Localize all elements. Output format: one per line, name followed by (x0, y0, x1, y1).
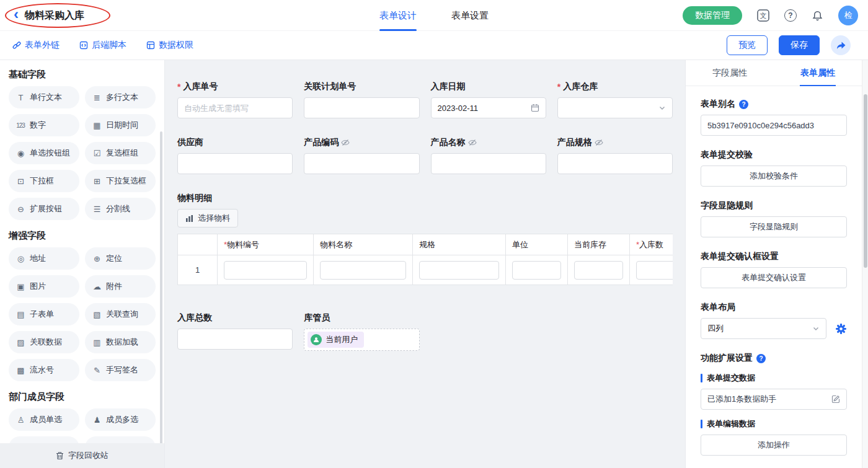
add-operation-button[interactable]: 添加操作 (701, 435, 847, 456)
field-type-multi-text[interactable]: ≣多行文本 (85, 86, 156, 108)
visibility-rule-button[interactable]: 字段显隐规则 (701, 216, 847, 237)
dropdown-icon: ⊡ (15, 177, 26, 186)
form-alias-input[interactable] (701, 115, 847, 136)
field-type-serial-number[interactable]: ▩流水号 (9, 359, 79, 381)
spec-input[interactable] (419, 261, 499, 280)
tab-form-settings[interactable]: 表单设置 (451, 0, 489, 31)
panel-tabs: 字段属性 表单属性 (686, 60, 862, 86)
field-type-number[interactable]: 123数字 (9, 114, 79, 136)
inbound-qty-input[interactable] (636, 261, 673, 280)
product-code-input[interactable] (304, 153, 419, 174)
table-cell (218, 255, 314, 285)
multi-dropdown-icon: ⊞ (91, 177, 102, 186)
field-type-image[interactable]: ▣图片 (9, 275, 79, 298)
product-spec-input[interactable] (557, 153, 673, 174)
select-material-button[interactable]: 选择物料 (177, 209, 238, 227)
canvas-field-total[interactable]: 入库总数 (177, 312, 293, 351)
canvas-field-keeper[interactable]: 库管员 当前用户 (304, 312, 419, 351)
avatar[interactable]: 检 (838, 6, 858, 25)
stock-input[interactable] (574, 261, 623, 280)
related-query-icon: ▧ (91, 310, 102, 319)
canvas-field-date[interactable]: 入库日期 2023-02-11 (431, 81, 546, 118)
material-code-input[interactable] (224, 261, 307, 280)
field-type-signature[interactable]: ✎手写签名 (85, 359, 156, 381)
field-type-single-text[interactable]: T单行文本 (9, 86, 79, 108)
scrollbar-thumb[interactable] (864, 94, 867, 268)
visibility-label: 字段显隐规则 (701, 200, 847, 211)
unit-input[interactable] (512, 261, 561, 280)
field-type-checkbox-group[interactable]: ☑复选框组 (85, 142, 156, 164)
field-type-attachment[interactable]: ☁附件 (85, 275, 156, 298)
canvas-field-product-spec[interactable]: 产品规格 (557, 137, 673, 174)
preview-button[interactable]: 预览 (727, 35, 768, 55)
canvas-field-order-no[interactable]: *入库单号 (177, 81, 293, 118)
column-label: 物料编号 (227, 240, 259, 249)
share-button[interactable] (831, 35, 851, 55)
form-external-link[interactable]: 表单外链 (12, 40, 60, 51)
field-type-datetime[interactable]: ▦日期时间 (85, 114, 156, 136)
layout-select[interactable]: 四列 (701, 318, 826, 339)
canvas-field-product-name[interactable]: 产品名称 (431, 137, 546, 174)
tab-field-properties[interactable]: 字段属性 (686, 60, 774, 86)
field-type-member-multi[interactable]: ♟成员多选 (85, 408, 156, 431)
radio-icon: ◉ (15, 149, 26, 158)
field-type-address[interactable]: ◎地址 (9, 247, 79, 270)
field-type-divider[interactable]: ☰分割线 (85, 198, 156, 220)
tab-form-properties[interactable]: 表单属性 (774, 60, 862, 86)
field-label: 入库总数 (177, 312, 212, 324)
data-permission-link[interactable]: 数据权限 (146, 40, 193, 51)
top-header: ‹ 物料采购入库 表单设计 表单设置 数据管理 文 ? 检 (0, 0, 868, 31)
submit-confirm-button[interactable]: 表单提交确认设置 (701, 267, 847, 288)
field-type-related-data[interactable]: ▨关联数据 (9, 331, 79, 353)
canvas-field-product-code[interactable]: 产品编码 (304, 137, 419, 174)
tab-form-design[interactable]: 表单设计 (379, 0, 417, 31)
canvas-field-warehouse[interactable]: *入库仓库 (557, 81, 673, 118)
extension-label-row: 功能扩展设置 ? (701, 353, 847, 364)
add-validation-button[interactable]: 添加校验条件 (701, 166, 847, 187)
alias-label-row: 表单别名 ? (701, 99, 847, 110)
field-type-radio-group[interactable]: ◉单选按钮组 (9, 142, 79, 164)
supplier-input[interactable] (177, 153, 293, 174)
plan-no-input[interactable] (304, 97, 419, 118)
question-icon[interactable]: ? (739, 100, 748, 109)
field-type-data-load[interactable]: ▥数据加载 (85, 331, 156, 353)
order-no-input[interactable] (177, 97, 293, 118)
total-input[interactable] (177, 329, 293, 350)
canvas-field-plan-no[interactable]: 关联计划单号 (304, 81, 419, 118)
help-icon[interactable]: ? (784, 9, 797, 22)
current-user-tag[interactable]: 当前用户 (308, 332, 364, 348)
product-name-input[interactable] (431, 153, 546, 174)
warehouse-select[interactable] (557, 97, 673, 118)
keeper-field[interactable]: 当前用户 (304, 329, 419, 351)
back-icon[interactable]: ‹ (14, 7, 19, 22)
field-type-location[interactable]: ⊕定位 (85, 247, 156, 270)
sidebar-scrollbar[interactable] (160, 131, 162, 468)
field-type-label: 数据加载 (106, 337, 138, 348)
field-type-label: 分割线 (106, 203, 130, 214)
material-name-input[interactable] (320, 261, 406, 280)
submit-data-box[interactable]: 已添加1条数据助手 (701, 389, 847, 410)
detail-table-header-row: *物料编号 物料名称 规格 单位 当前库存 *入库数 (178, 234, 673, 255)
field-type-related-query[interactable]: ▧关联查询 (85, 303, 156, 325)
date-input[interactable]: 2023-02-11 (431, 97, 546, 118)
required-mark: * (557, 82, 560, 92)
translate-icon[interactable]: 文 (757, 9, 769, 22)
save-button[interactable]: 保存 (779, 35, 820, 55)
gear-icon[interactable] (835, 323, 847, 335)
field-type-dropdown[interactable]: ⊡下拉框 (9, 170, 79, 192)
bell-icon[interactable] (812, 10, 823, 22)
window-scrollbar[interactable] (862, 60, 868, 468)
canvas-field-supplier[interactable]: 供应商 (177, 137, 293, 174)
subform-icon: ▤ (15, 310, 26, 319)
field-type-label: 复选框组 (106, 148, 138, 159)
field-recycle-bin[interactable]: 字段回收站 (0, 443, 164, 468)
required-mark: * (177, 82, 180, 92)
field-type-extend-button[interactable]: ⊖扩展按钮 (9, 198, 79, 220)
label-text: 表单提交确认框设置 (701, 251, 779, 262)
backend-script-link[interactable]: 后端脚本 (79, 40, 126, 51)
question-icon[interactable]: ? (756, 354, 766, 363)
field-type-member-single[interactable]: ♙成员单选 (9, 408, 79, 431)
data-manage-button[interactable]: 数据管理 (683, 6, 742, 25)
field-type-subform[interactable]: ▤子表单 (9, 303, 79, 325)
field-type-multi-dropdown[interactable]: ⊞下拉复选框 (85, 170, 156, 192)
